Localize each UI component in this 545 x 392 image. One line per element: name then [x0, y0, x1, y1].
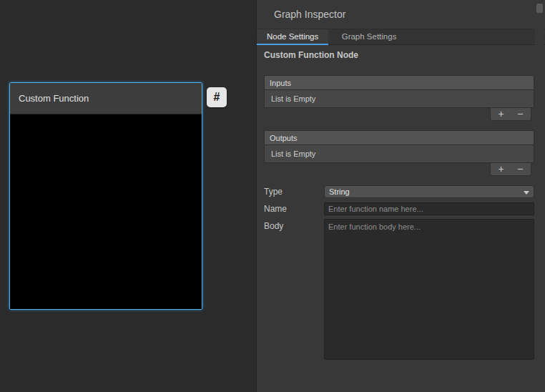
remove-output-button[interactable]: − — [511, 164, 529, 175]
scrollbar-thumb[interactable] — [536, 4, 543, 13]
remove-input-button[interactable]: − — [511, 109, 529, 120]
add-output-button[interactable]: + — [493, 164, 510, 175]
outputs-list-footer: + − — [490, 163, 531, 176]
inspector-scrollbar[interactable] — [535, 0, 544, 392]
outputs-empty-row: List is Empty — [264, 145, 534, 163]
tab-graph-settings[interactable]: Graph Settings — [332, 29, 407, 45]
shader-graph-window: Custom Function # Graph Inspector Node S… — [0, 0, 545, 392]
inspector-header[interactable]: Graph Inspector — [257, 0, 545, 29]
node-header[interactable]: Custom Function — [10, 83, 202, 114]
graph-inspector-panel: Graph Inspector Node Settings Graph Sett… — [256, 0, 545, 392]
type-dropdown[interactable]: String — [324, 185, 534, 198]
type-field-label: Type — [264, 187, 283, 197]
inputs-list-footer: + − — [490, 108, 531, 121]
add-input-button[interactable]: + — [493, 109, 510, 120]
hash-badge-icon[interactable]: # — [207, 87, 227, 107]
inputs-empty-row: List is Empty — [264, 90, 534, 108]
section-title: Custom Function Node — [264, 50, 358, 60]
name-field-label: Name — [264, 204, 287, 214]
outputs-list-header: Outputs — [264, 130, 534, 145]
custom-function-node[interactable]: Custom Function — [9, 82, 202, 310]
node-title: Custom Function — [19, 93, 89, 104]
inspector-title: Graph Inspector — [274, 9, 345, 20]
inspector-tab-bar: Node Settings Graph Settings — [257, 29, 545, 45]
inputs-list-header: Inputs — [264, 75, 534, 90]
function-name-input[interactable] — [324, 202, 534, 215]
node-body[interactable] — [10, 114, 202, 309]
function-body-input[interactable] — [324, 219, 534, 360]
chevron-down-icon — [524, 191, 529, 195]
type-dropdown-value: String — [329, 187, 350, 196]
tab-node-settings[interactable]: Node Settings — [257, 29, 328, 45]
body-field-label: Body — [264, 221, 283, 231]
